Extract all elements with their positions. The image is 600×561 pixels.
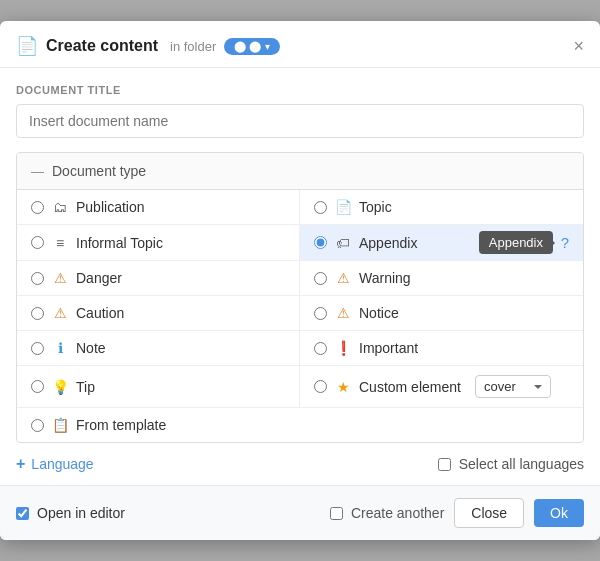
radio-topic[interactable] — [314, 201, 327, 214]
close-icon-button[interactable]: × — [573, 37, 584, 55]
danger-label: Danger — [76, 270, 122, 286]
doc-type-informal-topic[interactable]: ≡ Informal Topic — [17, 225, 300, 260]
radio-danger[interactable] — [31, 272, 44, 285]
radio-informal-topic[interactable] — [31, 236, 44, 249]
doc-type-appendix[interactable]: 🏷 Appendix ? Appendix — [300, 225, 583, 260]
document-title-input[interactable] — [16, 104, 584, 138]
modal-title-area: 📄 Create content in folder ⬤ ⬤ ▾ — [16, 35, 280, 57]
custom-element-select[interactable]: cover chapter part — [475, 375, 551, 398]
doc-type-row-3: ⚠ Danger ⚠ Warning — [17, 260, 583, 295]
plus-icon: + — [16, 455, 25, 473]
custom-element-icon: ★ — [335, 379, 351, 395]
informal-topic-label: Informal Topic — [76, 235, 163, 251]
publication-label: Publication — [76, 199, 145, 215]
doc-type-row-4: ⚠ Caution ⚠ Notice — [17, 295, 583, 330]
doc-type-important[interactable]: ❗ Important — [300, 331, 583, 365]
notice-label: Notice — [359, 305, 399, 321]
doc-type-row-5: ℹ Note ❗ Important — [17, 330, 583, 365]
appendix-label: Appendix — [359, 235, 417, 251]
ok-button[interactable]: Ok — [534, 499, 584, 527]
footer-actions: Create another Close Ok — [330, 498, 584, 528]
in-folder-label: in folder — [170, 39, 216, 54]
radio-tip[interactable] — [31, 380, 44, 393]
doc-type-row-1: 🗂 Publication 📄 Topic — [17, 190, 583, 224]
appendix-tooltip: Appendix — [479, 231, 553, 254]
informal-topic-icon: ≡ — [52, 235, 68, 251]
radio-publication[interactable] — [31, 201, 44, 214]
topic-label: Topic — [359, 199, 392, 215]
doc-type-danger[interactable]: ⚠ Danger — [17, 261, 300, 295]
folder-badge-text: ⬤ ⬤ — [234, 40, 261, 53]
doc-type-row-6: 💡 Tip ★ Custom element cover chapter par… — [17, 365, 583, 407]
from-template-label: From template — [76, 417, 166, 433]
appendix-icon: 🏷 — [335, 235, 351, 251]
open-in-editor-label: Open in editor — [37, 505, 125, 521]
tip-label: Tip — [76, 379, 95, 395]
note-icon: ℹ — [52, 340, 68, 356]
appendix-help-icon[interactable]: ? — [561, 234, 569, 251]
important-label: Important — [359, 340, 418, 356]
notice-icon: ⚠ — [335, 305, 351, 321]
radio-appendix[interactable] — [314, 236, 327, 249]
modal-footer: Open in editor Create another Close Ok — [0, 485, 600, 540]
doc-type-topic[interactable]: 📄 Topic — [300, 190, 583, 224]
document-type-section: — Document type 🗂 Publication 📄 Topic — [16, 152, 584, 443]
radio-from-template[interactable] — [31, 419, 44, 432]
select-all-languages-label: Select all languages — [459, 456, 584, 472]
warning-label: Warning — [359, 270, 411, 286]
radio-custom-element[interactable] — [314, 380, 327, 393]
doc-type-note[interactable]: ℹ Note — [17, 331, 300, 365]
radio-warning[interactable] — [314, 272, 327, 285]
document-icon: 📄 — [16, 35, 38, 57]
important-icon: ❗ — [335, 340, 351, 356]
open-in-editor-checkbox[interactable] — [16, 507, 29, 520]
publication-icon: 🗂 — [52, 199, 68, 215]
caution-icon: ⚠ — [52, 305, 68, 321]
danger-icon: ⚠ — [52, 270, 68, 286]
add-language-button[interactable]: + Language — [16, 455, 94, 473]
create-content-modal: 📄 Create content in folder ⬤ ⬤ ▾ × DOCUM… — [0, 21, 600, 540]
folder-badge-arrow: ▾ — [265, 41, 270, 52]
modal-title: Create content — [46, 37, 158, 55]
modal-body: DOCUMENT TITLE — Document type 🗂 Publica… — [0, 68, 600, 443]
doc-type-warning[interactable]: ⚠ Warning — [300, 261, 583, 295]
create-another-label: Create another — [351, 505, 444, 521]
topic-icon: 📄 — [335, 199, 351, 215]
doc-type-row-2: ≡ Informal Topic 🏷 Appendix ? Appendix — [17, 224, 583, 260]
doc-type-notice[interactable]: ⚠ Notice — [300, 296, 583, 330]
custom-element-label: Custom element — [359, 379, 461, 395]
doc-type-publication[interactable]: 🗂 Publication — [17, 190, 300, 224]
caution-label: Caution — [76, 305, 124, 321]
radio-important[interactable] — [314, 342, 327, 355]
select-all-languages-checkbox[interactable] — [438, 458, 451, 471]
doc-type-from-template[interactable]: 📋 From template — [17, 407, 583, 442]
create-another-area: Create another — [330, 505, 444, 521]
modal-header: 📄 Create content in folder ⬤ ⬤ ▾ × — [0, 21, 600, 68]
close-button[interactable]: Close — [454, 498, 524, 528]
document-title-label: DOCUMENT TITLE — [16, 84, 584, 96]
doc-type-tip[interactable]: 💡 Tip — [17, 366, 300, 407]
open-in-editor-area: Open in editor — [16, 505, 125, 521]
document-type-header[interactable]: — Document type — [17, 153, 583, 190]
radio-notice[interactable] — [314, 307, 327, 320]
doc-type-caution[interactable]: ⚠ Caution — [17, 296, 300, 330]
tip-icon: 💡 — [52, 379, 68, 395]
from-template-icon: 📋 — [52, 417, 68, 433]
radio-note[interactable] — [31, 342, 44, 355]
doc-type-custom-element[interactable]: ★ Custom element cover chapter part — [300, 366, 583, 407]
language-label: Language — [31, 456, 93, 472]
document-type-label: Document type — [52, 163, 146, 179]
language-section: + Language Select all languages — [0, 443, 600, 485]
warning-icon: ⚠ — [335, 270, 351, 286]
folder-badge[interactable]: ⬤ ⬤ ▾ — [224, 38, 280, 55]
select-all-languages-area: Select all languages — [438, 456, 584, 472]
create-another-checkbox[interactable] — [330, 507, 343, 520]
collapse-icon: — — [31, 164, 44, 179]
note-label: Note — [76, 340, 106, 356]
radio-caution[interactable] — [31, 307, 44, 320]
